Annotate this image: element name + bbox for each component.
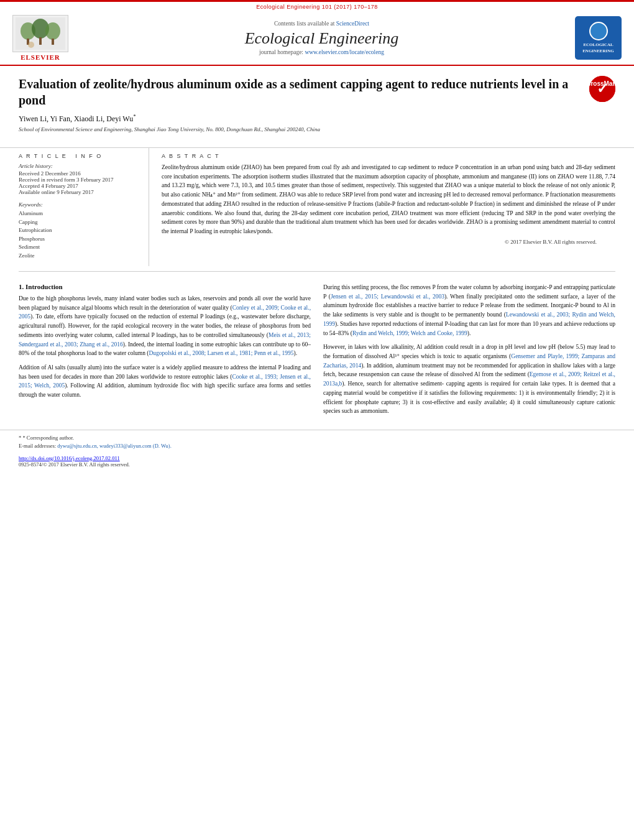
homepage-url[interactable]: www.elsevier.com/locate/ecoleng [305, 49, 384, 55]
received-revised-date: Received in revised form 3 February 2017 [19, 177, 139, 183]
doi-link: http://dx.doi.org/10.1016/j.ecoleng.2017… [19, 455, 615, 461]
article-info-column: A R T I C L E I N F O Article history: R… [19, 148, 149, 266]
article-authors: Yiwen Li, Yi Fan, Xiaodi Li, Deyi Wu* [19, 113, 615, 124]
article-title: Evaluation of zeolite/hydrous aluminum o… [19, 76, 577, 108]
journal-logo-circle [589, 22, 608, 40]
homepage-label: journal homepage: [259, 49, 303, 55]
keyword-phosphorus: Phosphorus [19, 235, 139, 244]
elsevier-logo: ELSEVIER [12, 15, 68, 61]
doi-area: http://dx.doi.org/10.1016/j.ecoleng.2017… [0, 453, 634, 469]
main-col-right: During this settling process, the floc r… [323, 283, 615, 421]
available-date: Available online 9 February 2017 [19, 189, 139, 195]
main-content: 1. Introduction Due to the high phosphor… [0, 277, 634, 427]
cite-jensen[interactable]: Jensen et al., 2015; Lewandowski et al.,… [331, 293, 444, 300]
abstract-heading: A B S T R A C T [162, 153, 615, 159]
intro-para-1: Due to the high phosphorus levels, many … [19, 294, 311, 358]
journal-center: Contents lists available at ScienceDirec… [68, 21, 575, 55]
keyword-capping: Capping [19, 218, 139, 227]
journal-header: ELSEVIER Contents lists available at Sci… [0, 10, 634, 66]
journal-right-logo: ECOLOGICALENGINEERING [575, 16, 622, 60]
intro-para-2: Addition of Al salts (usually alum) into… [19, 363, 311, 400]
svg-point-7 [28, 42, 34, 48]
cite-gensemer[interactable]: Gensemer and Playle, 1999; Zamparas and … [323, 353, 615, 369]
article-info-abstract: A R T I C L E I N F O Article history: R… [0, 147, 634, 266]
corresponding-star: * [133, 113, 136, 119]
email-label: E-mail addresses: [19, 443, 56, 449]
cite-meis[interactable]: Meis et al., 2013; Søndergaard et al., 2… [19, 332, 311, 348]
cite-conley[interactable]: Conley et al., 2009; Cooke et al., 2005 [19, 305, 311, 320]
article-header: Evaluation of zeolite/hydrous aluminum o… [0, 66, 634, 145]
elsevier-tree-svg [16, 17, 65, 50]
sciencedirect-link[interactable]: ScienceDirect [336, 21, 369, 27]
page: Ecological Engineering 101 (2017) 170–17… [0, 0, 634, 840]
keywords-section: Keywords: Aluminum Capping Eutrophicatio… [19, 201, 139, 260]
abstract-text: Zeolite/hydrous aluminum oxide (ZHAO) ha… [162, 163, 615, 236]
article-info-heading: A R T I C L E I N F O [19, 153, 139, 159]
contents-link: Contents lists available at ScienceDirec… [81, 21, 563, 27]
email-link[interactable]: dywu@sjtu.edu.cn, wudeyi333@aliyun.com (… [57, 443, 171, 449]
main-col-left: 1. Introduction Due to the high phosphor… [19, 283, 311, 421]
journal-title: Ecological Engineering [81, 29, 563, 48]
svg-point-3 [45, 22, 60, 40]
cite-dugopolski[interactable]: Dugopolski et al., 2008; Larsen et al., … [149, 350, 293, 356]
contents-label: Contents lists available at [274, 21, 334, 27]
authors-text: Yiwen Li, Yi Fan, Xiaodi Li, Deyi Wu [19, 114, 133, 123]
email-note: E-mail addresses: dywu@sjtu.edu.cn, wude… [19, 442, 615, 450]
keywords-label: Keywords: [19, 201, 139, 208]
corresponding-label: * Corresponding author. [22, 435, 73, 441]
svg-rect-5 [39, 37, 42, 45]
intro-title: 1. Introduction [19, 283, 311, 290]
journal-logo-text: ECOLOGICALENGINEERING [582, 42, 614, 53]
history-label: Article history: [19, 163, 139, 169]
homepage-line: journal homepage: www.elsevier.com/locat… [81, 49, 563, 55]
article-history-group: Article history: Received 2 December 201… [19, 163, 139, 195]
cite-rydin[interactable]: Rydin and Welch, 1999; Welch and Cooke, … [352, 330, 467, 336]
intro-para-4: However, in lakes with low alkalinity, A… [323, 343, 615, 416]
article-affiliation: School of Environmental Science and Engi… [19, 126, 615, 132]
abstract-column: A B S T R A C T Zeolite/hydrous aluminum… [162, 148, 615, 266]
elsevier-logo-box [12, 15, 68, 52]
journal-ref-line: Ecological Engineering 101 (2017) 170–17… [0, 2, 634, 10]
keyword-aluminum: Aluminum [19, 210, 139, 218]
article-title-area: Evaluation of zeolite/hydrous aluminum o… [19, 76, 615, 108]
elsevier-text: ELSEVIER [21, 53, 60, 61]
keyword-sediment: Sediment [19, 243, 139, 252]
keyword-eutrophication: Eutrophication [19, 226, 139, 235]
keyword-zeolite: Zeolite [19, 252, 139, 261]
svg-text:CrossMark: CrossMark [589, 80, 615, 87]
accepted-date: Accepted 4 February 2017 [19, 183, 139, 189]
footnote-area: * * Corresponding author. E-mail address… [0, 430, 634, 453]
issn-text: 0925-8574/© 2017 Elsevier B.V. All right… [19, 461, 615, 468]
cite-cooke[interactable]: Cooke et al., 1993; Jensen et al., 2015;… [19, 374, 311, 389]
copyright-line: © 2017 Elsevier B.V. All rights reserved… [162, 236, 615, 247]
cite-egemose[interactable]: Egemose et al., 2009; Reitzel et al., 20… [323, 371, 615, 387]
journal-ref-text: Ecological Engineering 101 (2017) 170–17… [256, 4, 378, 10]
crossmark-logo: ✓ CrossMark [589, 76, 615, 102]
intro-para-3: During this settling process, the floc r… [323, 283, 615, 338]
corresponding-note: * * Corresponding author. [19, 434, 615, 442]
doi-url[interactable]: http://dx.doi.org/10.1016/j.ecoleng.2017… [19, 455, 120, 461]
cite-lewandowski[interactable]: Lewandowski et al., 2003; Rydin and Welc… [323, 312, 615, 327]
svg-rect-6 [52, 39, 54, 45]
content-divider [19, 271, 615, 272]
received-date: Received 2 December 2016 [19, 170, 139, 177]
